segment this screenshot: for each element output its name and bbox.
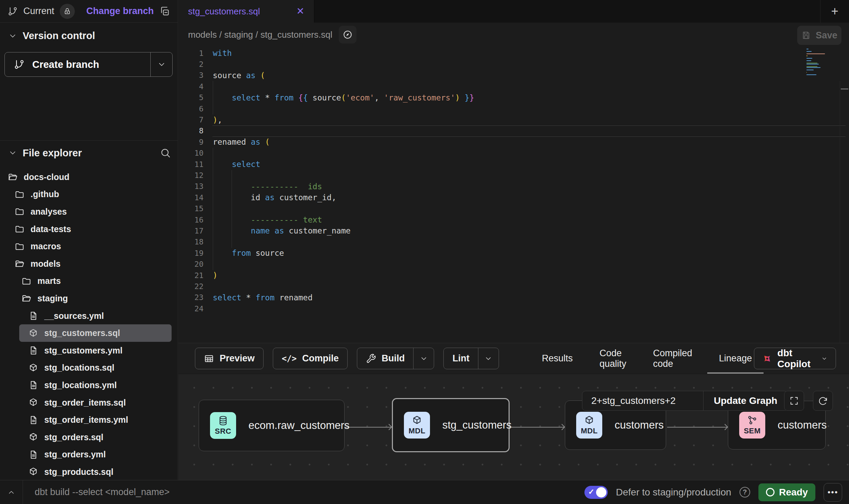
- panel-tab-results[interactable]: Results: [540, 343, 575, 374]
- code-line[interactable]: 3source as (: [178, 70, 849, 81]
- file-tree-item[interactable]: __sources.yml: [0, 307, 178, 325]
- file-tree-item[interactable]: stg_orders.sql: [0, 429, 178, 446]
- line-content: source as (: [213, 71, 265, 80]
- file-tree-item[interactable]: stg_orders.yml: [0, 446, 178, 464]
- file-tree-item[interactable]: marts: [0, 273, 178, 290]
- line-number: 18: [178, 238, 203, 246]
- code-line[interactable]: 23select * from renamed: [178, 292, 849, 303]
- folder-icon: [14, 224, 25, 234]
- create-branch-button[interactable]: Create branch: [4, 52, 173, 77]
- code-line[interactable]: 9renamed as (: [178, 136, 849, 147]
- code-line[interactable]: 18: [178, 237, 849, 248]
- preview-button-main[interactable]: Preview: [195, 348, 263, 369]
- chevron-down-icon: [8, 148, 17, 157]
- tab-title: stg_customers.sql: [188, 6, 260, 17]
- code-line[interactable]: 19 from source: [178, 248, 849, 259]
- dbt-copilot-button[interactable]: dbt Copilot: [754, 348, 836, 369]
- lineage-node-ecom-raw-customers[interactable]: SRCecom.raw_customers: [199, 400, 345, 451]
- file-tree-item[interactable]: stg_order_items.yml: [0, 411, 178, 429]
- panel-tab-lineage[interactable]: Lineage: [717, 343, 754, 374]
- file-tree-item[interactable]: analyses: [0, 203, 178, 220]
- lint-button[interactable]: Lint: [443, 348, 499, 369]
- help-icon[interactable]: ?: [740, 487, 750, 497]
- new-tab-button[interactable]: +: [820, 0, 849, 23]
- preview-button[interactable]: Preview: [195, 348, 264, 369]
- code-line[interactable]: 20: [178, 259, 849, 269]
- code-line[interactable]: 4: [178, 81, 849, 92]
- build-button-main[interactable]: Build: [357, 348, 414, 369]
- code-line[interactable]: 16 ---------- text: [178, 214, 849, 225]
- folder-icon: [21, 276, 32, 286]
- lint-dropdown[interactable]: [478, 348, 499, 369]
- code-line[interactable]: 8: [178, 125, 849, 136]
- current-branch-label: Current: [23, 6, 54, 16]
- file-tree-item[interactable]: data-tests: [0, 220, 178, 238]
- more-options-button[interactable]: •••: [824, 483, 842, 502]
- file-name: marts: [37, 276, 61, 286]
- file-tree-item[interactable]: macros: [0, 238, 178, 255]
- copilot-compass-button[interactable]: [339, 26, 357, 44]
- file-explorer-header[interactable]: File explorer: [8, 144, 171, 162]
- close-tab-icon[interactable]: ✕: [296, 7, 304, 16]
- code-line[interactable]: 6: [178, 103, 849, 114]
- code-line[interactable]: 2: [178, 59, 849, 70]
- code-line[interactable]: 5 select * from {{ source('ecom', 'raw_c…: [178, 92, 849, 103]
- code-line[interactable]: 7),: [178, 114, 849, 125]
- expand-command-bar-button[interactable]: [0, 480, 23, 504]
- code-line[interactable]: 11 select: [178, 159, 849, 170]
- file-tree-item[interactable]: stg_customers.yml: [0, 342, 178, 359]
- lineage-selector-input[interactable]: 2+stg_customers+2: [582, 391, 703, 410]
- code-icon: </>: [282, 354, 296, 363]
- file-tree-item[interactable]: stg_products.sql: [0, 463, 178, 481]
- compile-button-main[interactable]: </> Compile: [273, 348, 347, 369]
- code-line[interactable]: 13 ---------- ids: [178, 181, 849, 192]
- code-editor[interactable]: 1with23source as (45 select * from {{ so…: [178, 47, 849, 343]
- change-branch-link[interactable]: Change branch: [86, 6, 154, 16]
- panel-tab-code-quality[interactable]: Code quality: [597, 343, 628, 374]
- compile-button[interactable]: </> Compile: [273, 348, 348, 369]
- code-line[interactable]: 21): [178, 270, 849, 281]
- version-control-header[interactable]: Version control: [8, 30, 95, 41]
- ready-status-button[interactable]: Ready: [758, 483, 815, 501]
- code-line[interactable]: 10: [178, 148, 849, 159]
- copy-icon[interactable]: [159, 6, 170, 17]
- command-input[interactable]: dbt build --select <model_name>: [35, 487, 170, 497]
- create-branch-dropdown[interactable]: [150, 52, 172, 76]
- scrollbar-track: [840, 81, 840, 343]
- line-number: 20: [178, 260, 203, 268]
- file-tree-item[interactable]: .github: [0, 186, 178, 203]
- tab-stg-customers-sql[interactable]: stg_customers.sql ✕: [178, 0, 314, 23]
- code-line[interactable]: 22: [178, 281, 849, 292]
- code-line[interactable]: 17 name as customer_name: [178, 225, 849, 236]
- lineage-edge: [667, 427, 727, 428]
- create-branch-main[interactable]: Create branch: [5, 52, 150, 76]
- build-button[interactable]: Build: [357, 348, 434, 369]
- code-line[interactable]: 12: [178, 170, 849, 181]
- file-tree-item[interactable]: models: [0, 255, 178, 273]
- file-tree-item[interactable]: stg_customers.sql: [19, 324, 172, 342]
- code-line[interactable]: 15: [178, 203, 849, 214]
- file-tree-item[interactable]: stg_locations.yml: [0, 376, 178, 394]
- lint-button-main[interactable]: Lint: [444, 348, 478, 369]
- file-tree-item[interactable]: staging: [0, 290, 178, 307]
- file-tree-item[interactable]: stg_order_items.sql: [0, 394, 178, 411]
- lineage-panel[interactable]: SRCecom.raw_customersMDLstg_customersMDL…: [178, 374, 849, 480]
- file-name: __sources.yml: [44, 311, 104, 321]
- lineage-node-stg-customers[interactable]: MDLstg_customers: [392, 398, 510, 452]
- save-button[interactable]: Save: [797, 26, 841, 45]
- scrollbar-thumb[interactable]: [841, 88, 848, 89]
- search-icon[interactable]: [160, 147, 171, 158]
- update-graph-button[interactable]: Update Graph: [703, 391, 788, 410]
- code-line[interactable]: 14 id as customer_id,: [178, 192, 849, 203]
- refresh-button[interactable]: [813, 391, 833, 411]
- build-dropdown[interactable]: [413, 348, 434, 369]
- fullscreen-button[interactable]: [784, 391, 804, 411]
- branch-locked-chip: [60, 4, 75, 19]
- file-tree-item[interactable]: docs-cloud: [0, 168, 178, 186]
- file-tree-item[interactable]: stg_locations.sql: [0, 359, 178, 377]
- minimap[interactable]: [806, 49, 826, 76]
- code-line[interactable]: 1with: [178, 48, 849, 59]
- panel-tab-compiled-code[interactable]: Compiled code: [651, 343, 694, 374]
- code-line[interactable]: 24: [178, 303, 849, 314]
- defer-toggle[interactable]: ✓: [584, 486, 608, 499]
